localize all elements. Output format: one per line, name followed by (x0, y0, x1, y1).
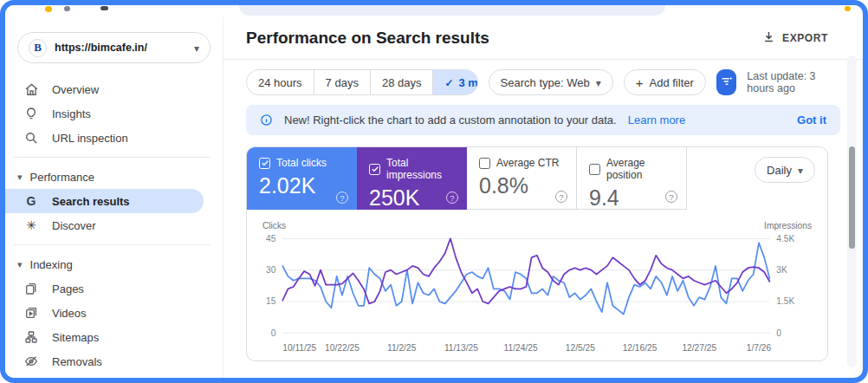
checkbox-checked-icon[interactable] (259, 158, 270, 169)
section-label: Performance (30, 171, 94, 184)
svg-text:12/5/25: 12/5/25 (566, 343, 595, 353)
sidebar-item-overview[interactable]: Overview (5, 77, 223, 101)
metric-label: Average CTR (496, 157, 559, 169)
svg-text:11/24/25: 11/24/25 (504, 343, 538, 353)
annotation-banner: New! Right-click the chart to add a cust… (246, 105, 840, 135)
metric-label: Average position (606, 157, 674, 181)
help-icon[interactable]: ? (555, 191, 567, 203)
svg-text:15: 15 (266, 296, 276, 306)
help-icon[interactable]: ? (336, 192, 348, 204)
sidebar-item-label: Overview (52, 83, 99, 96)
metric-label: Total clicks (276, 157, 327, 169)
property-selector[interactable]: B https://bimcafe.in/ (17, 32, 211, 63)
browser-chrome-fragment (45, 6, 52, 12)
sidebar-item-url-inspection[interactable]: URL inspection (5, 126, 223, 150)
metric-label: Total impressions (386, 157, 455, 181)
range-label: 7 days (326, 76, 359, 89)
scrollbar-track[interactable] (847, 55, 857, 367)
metric-value: 0.8% (479, 173, 564, 198)
sidebar-item-removals[interactable]: Removals (5, 349, 223, 373)
svg-text:0: 0 (271, 328, 276, 338)
help-icon[interactable]: ? (665, 191, 677, 203)
sidebar-item-label: Sitemaps (52, 331, 99, 344)
sidebar: B https://bimcafe.in/ Overview Insights (5, 16, 223, 383)
range-label: 28 days (382, 76, 422, 89)
help-icon[interactable]: ? (446, 192, 458, 204)
filter-suggestions-button[interactable] (716, 69, 737, 95)
metric-value: 250K (369, 185, 455, 211)
checkbox-checked-icon[interactable] (369, 164, 380, 175)
metric-tile-average-position[interactable]: Average position 9.4 ? (577, 147, 687, 210)
sidebar-item-search-results[interactable]: Search results (5, 189, 204, 213)
svg-text:12/16/25: 12/16/25 (623, 343, 657, 353)
chevron-down-icon (798, 164, 803, 177)
sidebar-item-label: Pages (52, 282, 84, 295)
range-24-hours[interactable]: 24 hours (247, 70, 314, 94)
home-icon (23, 81, 39, 97)
add-filter-label: Add filter (650, 76, 694, 89)
filter-sparkle-icon (720, 75, 734, 91)
checkbox-empty-icon[interactable] (589, 164, 600, 175)
metric-value: 9.4 (589, 185, 674, 211)
sitemap-icon (23, 329, 39, 345)
svg-text:1/7/26: 1/7/26 (747, 343, 772, 353)
range-7-days[interactable]: 7 days (314, 70, 370, 94)
browser-chrome-strip (5, 5, 863, 16)
sidebar-item-videos[interactable]: Videos (5, 301, 223, 325)
window-frame: B https://bimcafe.in/ Overview Insights (0, 0, 868, 383)
date-range-group: 24 hours 7 days 28 days 3 months More (246, 69, 478, 95)
site-favicon: B (29, 39, 47, 57)
performance-chart[interactable]: 00151.5K303K454.5KClicksImpressions10/11… (259, 218, 815, 357)
chart-area: 00151.5K303K454.5KClicksImpressions10/11… (247, 210, 827, 360)
svg-text:11/2/25: 11/2/25 (387, 343, 417, 353)
checkbox-empty-icon[interactable] (479, 158, 490, 169)
svg-text:3K: 3K (776, 265, 787, 275)
main-content: Performance on Search results EXPORT 24 … (223, 16, 863, 383)
export-button[interactable]: EXPORT (762, 30, 840, 46)
sidebar-item-sitemaps[interactable]: Sitemaps (5, 325, 223, 349)
svg-text:Clicks: Clicks (262, 221, 286, 230)
svg-text:30: 30 (266, 265, 276, 275)
pages-icon (23, 281, 39, 296)
banner-message: New! Right-click the chart to add a cust… (284, 114, 617, 127)
search-icon (23, 130, 39, 146)
range-label: 3 months (459, 76, 478, 89)
svg-text:Impressions: Impressions (764, 221, 812, 230)
learn-more-link[interactable]: Learn more (628, 114, 685, 127)
eye-off-icon (23, 354, 39, 369)
svg-text:1.5K: 1.5K (776, 296, 794, 306)
got-it-button[interactable]: Got it (797, 114, 826, 127)
search-type-dropdown[interactable]: Search type: Web (489, 69, 613, 95)
page-header: Performance on Search results EXPORT (223, 16, 863, 60)
range-3-months[interactable]: 3 months (432, 70, 477, 94)
check-icon (444, 76, 453, 89)
page-title: Performance on Search results (246, 29, 489, 48)
metric-value: 2.02K (259, 173, 345, 198)
divider (14, 244, 211, 245)
metric-tile-total-impressions[interactable]: Total impressions 250K ? (357, 147, 467, 210)
sidebar-section-indexing[interactable]: Indexing (5, 252, 223, 276)
sidebar-item-label: URL inspection (52, 132, 128, 145)
range-28-days[interactable]: 28 days (370, 70, 433, 94)
download-icon (762, 30, 775, 46)
chevron-down-icon (596, 76, 601, 89)
filter-bar: 24 hours 7 days 28 days 3 months More (223, 60, 863, 103)
browser-chrome-fragment (845, 6, 851, 11)
sidebar-section-performance[interactable]: Performance (5, 165, 223, 189)
sidebar-item-discover[interactable]: Discover (5, 213, 223, 237)
svg-text:45: 45 (266, 234, 276, 243)
videos-icon (23, 305, 39, 321)
search-type-label: Search type: Web (501, 76, 590, 89)
granularity-label: Daily (767, 164, 792, 177)
metric-tile-total-clicks[interactable]: Total clicks 2.02K ? (247, 147, 357, 210)
sidebar-item-insights[interactable]: Insights (5, 101, 223, 126)
metric-tile-average-ctr[interactable]: Average CTR 0.8% ? (467, 147, 577, 210)
sidebar-item-pages[interactable]: Pages (5, 276, 223, 301)
granularity-dropdown[interactable]: Daily (755, 157, 815, 183)
svg-text:10/11/25: 10/11/25 (282, 343, 316, 353)
scrollbar-thumb[interactable] (849, 146, 855, 249)
last-update-text: Last update: 3 hours ago (747, 70, 840, 94)
add-filter-button[interactable]: Add filter (624, 69, 706, 95)
omnibox-fragment (239, 5, 665, 16)
sidebar-item-label: Insights (52, 107, 91, 120)
